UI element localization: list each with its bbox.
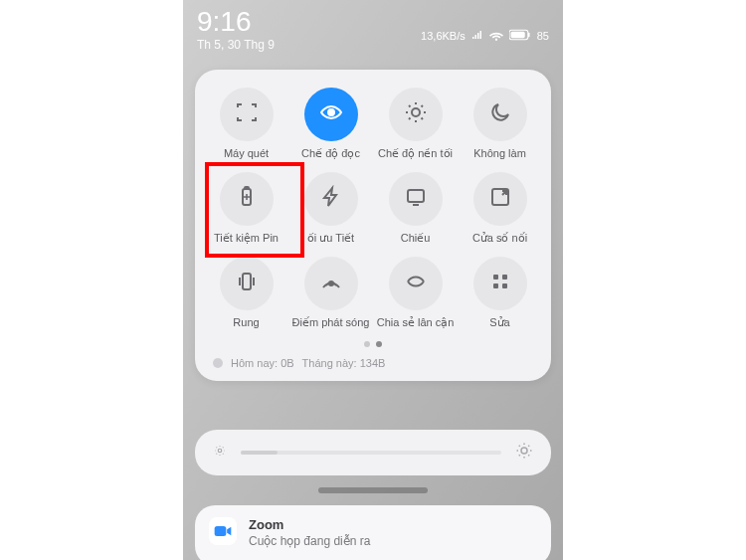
scanner-icon [235, 100, 259, 128]
svg-rect-2 [510, 32, 524, 38]
brightness-low-icon [213, 444, 227, 462]
status-right: 13,6KB/s 85 [421, 28, 549, 44]
svg-point-3 [328, 109, 334, 115]
tile-hotspot[interactable]: Điểm phát sóng [289, 253, 372, 331]
battery-pct: 85 [537, 30, 549, 42]
svg-rect-17 [215, 526, 227, 536]
tile-label: Chế độ nền tối [378, 147, 453, 160]
notif-body: Cuộc họp đang diễn ra [249, 534, 370, 548]
grid-icon [488, 270, 512, 297]
svg-rect-13 [493, 283, 498, 288]
data-usage-row[interactable]: Hôm nay: 0B Tháng này: 134B [205, 357, 541, 373]
zoom-app-icon [209, 517, 237, 545]
svg-rect-14 [502, 283, 507, 288]
eye-icon [319, 100, 343, 128]
tile-nearby-share[interactable]: Chia sẻ lân cận [374, 253, 457, 331]
svg-rect-1 [528, 33, 530, 38]
usage-month: Tháng này: 134B [302, 357, 386, 369]
tile-vibrate[interactable]: Rung [205, 253, 287, 331]
svg-rect-11 [493, 275, 498, 280]
bolt-icon [319, 185, 343, 213]
cast-icon [404, 185, 428, 213]
usage-dot-icon [213, 358, 223, 368]
svg-rect-9 [243, 274, 251, 289]
tile-label: Rung [233, 316, 259, 328]
tile-dark-mode[interactable]: Chế độ nền tối [374, 84, 457, 162]
moon-icon [488, 100, 512, 128]
signal-icon [471, 29, 483, 43]
highlight-box [205, 162, 304, 258]
battery-icon [509, 29, 531, 43]
nearby-icon [404, 270, 428, 297]
popup-icon [488, 185, 512, 213]
status-bar: 9:16 Th 5, 30 Thg 9 13,6KB/s 85 [183, 0, 563, 62]
svg-rect-12 [502, 275, 507, 280]
stage: 9:16 Th 5, 30 Thg 9 13,6KB/s 85 Máy quét… [0, 0, 746, 560]
svg-rect-7 [408, 190, 424, 202]
tile-label: Cửa sổ nổi [472, 232, 527, 245]
sun-icon [404, 100, 428, 128]
tile-label: Điểm phát sóng [292, 316, 370, 329]
vibrate-icon [235, 270, 259, 297]
tile-floating-window[interactable]: Cửa sổ nổi [459, 168, 541, 247]
svg-point-16 [521, 448, 527, 454]
tile-label: Chế độ đọc [301, 147, 360, 160]
notification-card[interactable]: Zoom Cuộc họp đang diễn ra [195, 505, 551, 560]
brightness-slider[interactable] [195, 430, 551, 475]
notif-title: Zoom [249, 517, 370, 532]
tile-label: Không làm [473, 147, 526, 159]
dot [364, 341, 370, 347]
tile-edit[interactable]: Sửa [459, 253, 541, 331]
net-speed: 13,6KB/s [421, 30, 466, 42]
tile-label: Sửa [489, 316, 509, 329]
usage-today: Hôm nay: 0B [231, 357, 294, 369]
tile-dnd[interactable]: Không làm [459, 84, 541, 162]
tile-scanner[interactable]: Máy quét [205, 84, 287, 162]
brightness-fill [241, 451, 278, 455]
home-indicator[interactable] [318, 487, 428, 493]
brightness-track[interactable] [241, 451, 501, 455]
page-dots [205, 341, 541, 347]
tile-cast[interactable]: Chiếu [374, 168, 457, 247]
tile-label: Máy quét [224, 147, 269, 159]
brightness-high-icon [515, 442, 533, 464]
tile-label: ối ưu Tiết [307, 232, 354, 245]
dot-active [376, 341, 382, 347]
hotspot-icon [319, 270, 343, 297]
svg-point-15 [218, 449, 222, 453]
tile-reading-mode[interactable]: Chế độ đọc [289, 84, 372, 162]
tile-label: Chia sẻ lân cận [377, 316, 455, 329]
wifi-icon [489, 28, 503, 44]
svg-point-4 [412, 108, 420, 116]
tile-label: Chiếu [401, 232, 431, 245]
